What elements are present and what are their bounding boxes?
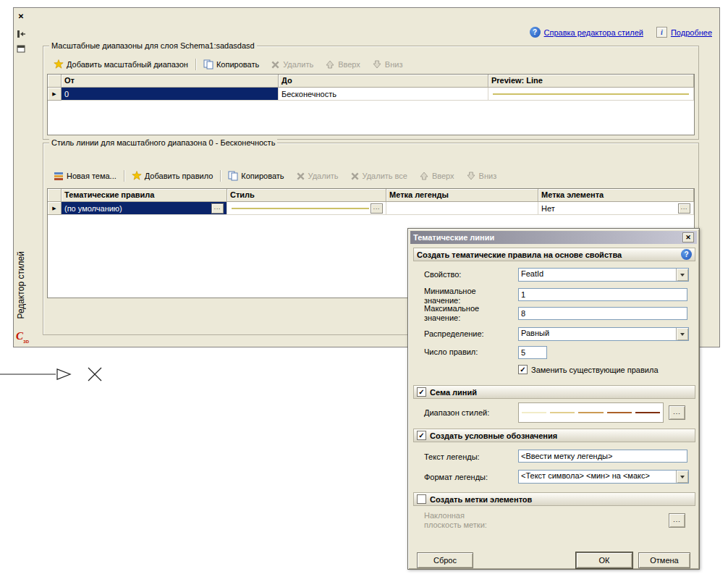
legend-format-value: <Текст символа> <мин> на <макс>: [519, 471, 676, 483]
column-header-to[interactable]: До: [279, 75, 488, 88]
slope-plane-label: Наклонная плоскость метки:: [424, 511, 504, 530]
properties-window-icon: [17, 44, 25, 53]
panel-properties-button[interactable]: [15, 43, 27, 54]
panel-title: Редактор стилей: [16, 251, 26, 319]
copy-rule-button[interactable]: Копировать: [222, 169, 289, 182]
max-value-input[interactable]: [518, 307, 687, 320]
new-item-star-icon: [54, 59, 64, 69]
rule-name-cell[interactable]: (по умолчанию) ...: [62, 202, 227, 215]
line-theme-checkbox[interactable]: ✓: [417, 387, 426, 397]
scale-range-row[interactable]: ▶ 0 Бесконечность: [48, 88, 694, 101]
panel-side-bar: ✕ Редактор стилей C 3D: [14, 8, 28, 347]
rule-element-label-cell[interactable]: Нет ...: [538, 202, 694, 215]
column-header-legend-label[interactable]: Метка легенды: [386, 189, 538, 202]
move-range-up-button[interactable]: Вверх: [319, 58, 366, 71]
delete-all-rules-button[interactable]: Удалить все: [344, 170, 413, 182]
range-preview-cell[interactable]: [488, 88, 694, 101]
rule-style-cell[interactable]: ...: [227, 202, 386, 215]
style-range-browse-button[interactable]: ...: [669, 405, 685, 420]
add-rule-button[interactable]: Добавить правило: [126, 169, 219, 182]
new-item-star-icon: [132, 171, 142, 181]
arrow-up-icon: [419, 171, 429, 181]
style-browse-button[interactable]: ...: [371, 203, 383, 214]
line-style-sample: [232, 208, 369, 209]
range-to-cell[interactable]: Бесконечность: [279, 88, 488, 101]
new-theme-button[interactable]: Новая тема...: [48, 169, 122, 182]
delete-x-icon: [296, 172, 305, 181]
min-value-input[interactable]: [518, 288, 687, 301]
move-rule-up-button[interactable]: Вверх: [413, 169, 460, 182]
column-header-element-label[interactable]: Метка элемента: [538, 189, 694, 202]
info-icon: i: [656, 27, 667, 38]
column-header-style[interactable]: Стиль: [227, 189, 386, 202]
check-icon: ✓: [418, 388, 424, 396]
property-label: Свойство:: [424, 270, 515, 279]
rule-count-input[interactable]: [518, 346, 547, 359]
theme-lines-dialog: Тематические линии ✕ Создать тематически…: [407, 228, 700, 570]
range-from-cell[interactable]: 0: [62, 88, 279, 101]
legend-format-combobox[interactable]: <Текст символа> <мин> на <макс>: [518, 470, 689, 484]
dialog-titlebar[interactable]: Тематические линии ✕: [410, 231, 697, 244]
row-selector-cell[interactable]: ▶: [48, 88, 62, 101]
line-theme-section-band: ✓ Сема линий: [413, 385, 695, 399]
help-icon: ?: [530, 27, 541, 38]
feature-labels-section-title: Создать метки элементов: [430, 495, 532, 504]
dropdown-button[interactable]: [676, 328, 688, 340]
close-icon: ✕: [685, 234, 691, 241]
element-label-browse-button[interactable]: ...: [678, 203, 690, 214]
panel-autohide-button[interactable]: [15, 28, 27, 39]
legend-format-label: Формат легенды:: [424, 473, 515, 482]
distribution-label: Распределение:: [424, 329, 515, 339]
scale-ranges-header: От До Preview: Line: [48, 75, 694, 88]
dialog-close-button[interactable]: ✕: [682, 232, 694, 242]
ok-button[interactable]: ОК: [576, 552, 632, 568]
replace-rules-checkbox[interactable]: ✓: [518, 365, 528, 374]
delete-rule-button[interactable]: Удалить: [290, 170, 344, 182]
move-range-down-button[interactable]: Вниз: [366, 58, 409, 71]
rule-condition-browse-button[interactable]: ...: [211, 203, 224, 214]
rules-header: Тематические правила Стиль Метка легенды…: [48, 189, 694, 202]
row-selector-cell[interactable]: ▶: [48, 202, 62, 215]
dialog-header-text: Создать тематические правила на основе с…: [417, 250, 622, 259]
more-info-link[interactable]: Подробнее: [671, 28, 712, 37]
style-editor-help-link[interactable]: Справка редактора стилей: [544, 28, 643, 37]
replace-rules-row: ✓ Заменить существующие правила: [518, 365, 659, 374]
help-icon[interactable]: ?: [681, 249, 692, 260]
property-combobox[interactable]: FeatId: [518, 268, 689, 282]
chevron-down-icon: [680, 333, 685, 336]
copy-icon: [203, 59, 213, 69]
row-selector-header: [48, 189, 62, 202]
column-header-rules[interactable]: Тематические правила: [62, 189, 227, 202]
panel-close-button[interactable]: ✕: [15, 11, 27, 22]
ramp-segment: [578, 412, 603, 413]
rule-legend-label-cell[interactable]: [386, 202, 538, 215]
row-selector-icon: ▶: [52, 206, 56, 211]
add-scale-range-button[interactable]: Добавить масштабный диапазон: [48, 58, 194, 71]
row-selector-header: [48, 75, 62, 88]
rule-row[interactable]: ▶ (по умолчанию) ... ... Нет ...: [48, 202, 694, 215]
dropdown-button[interactable]: [676, 471, 688, 483]
reset-button[interactable]: Сброс: [417, 552, 473, 568]
distribution-combobox[interactable]: Равный: [518, 327, 689, 341]
ramp-segment: [550, 412, 575, 413]
feature-labels-checkbox[interactable]: [417, 494, 426, 504]
cancel-button[interactable]: Отмена: [638, 552, 690, 568]
delete-range-button[interactable]: Удалить: [265, 59, 319, 71]
move-rule-down-button[interactable]: Вниз: [460, 169, 503, 182]
legend-checkbox[interactable]: ✓: [417, 431, 426, 440]
column-header-preview[interactable]: Preview: Line: [488, 75, 694, 88]
map-line-preview-glyph: [0, 360, 116, 389]
scale-ranges-group: Масштабные диапазоны для слоя Schema1:sa…: [43, 46, 699, 140]
slope-plane-browse-button[interactable]: ...: [669, 513, 685, 528]
copy-icon: [228, 171, 238, 181]
line-style-group-title: Стиль линии для масштабного диапазона 0 …: [49, 138, 277, 147]
copy-range-button[interactable]: Копировать: [198, 58, 265, 71]
chevron-down-icon: [680, 476, 685, 478]
ramp-segment: [607, 412, 632, 413]
column-header-from[interactable]: От: [62, 75, 279, 88]
scale-ranges-toolbar: Добавить масштабный диапазон Копировать: [48, 56, 408, 72]
legend-section-title: Создать условные обозначения: [430, 431, 557, 440]
dropdown-button[interactable]: [676, 269, 688, 281]
arrow-down-icon: [466, 171, 476, 181]
legend-text-input[interactable]: [518, 450, 687, 463]
